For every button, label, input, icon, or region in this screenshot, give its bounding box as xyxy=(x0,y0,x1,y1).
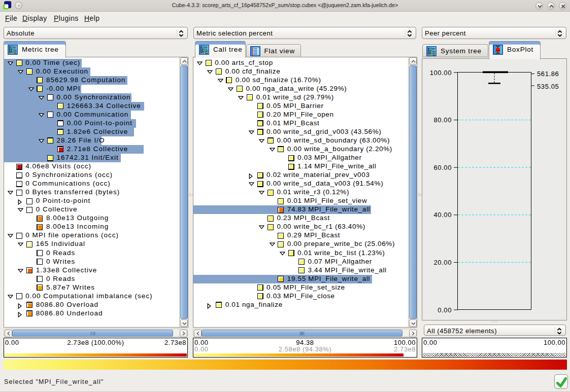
svg-text:535.05: 535.05 xyxy=(537,83,559,90)
svg-text:561.86: 561.86 xyxy=(537,70,559,78)
svg-text:20.00: 20.00 xyxy=(433,259,452,266)
svg-text:60.00: 60.00 xyxy=(433,164,452,171)
svg-text:100.00: 100.00 xyxy=(430,69,452,77)
svg-text:40.00: 40.00 xyxy=(433,211,452,219)
svg-text:80.00: 80.00 xyxy=(433,116,452,124)
svg-text:0.00: 0.00 xyxy=(438,306,452,314)
